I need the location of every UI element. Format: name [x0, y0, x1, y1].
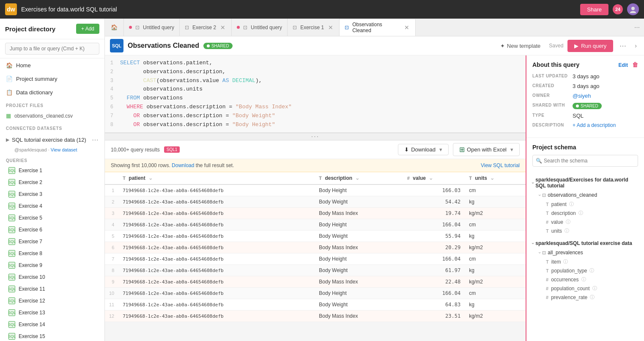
schema-dataset-exercises: › sparklesquad/Exercises for data.world … — [532, 175, 638, 235]
schema-dataset-name[interactable]: › sparklesquad/SQL tutorial exercise dat… — [532, 239, 638, 248]
results-count: 10,000+ query results — [111, 147, 160, 153]
sidebar-file-observations[interactable]: ▦ observations_cleaned.csv — [0, 110, 104, 122]
results-table: T patient ⌄ T description ⌄ — [105, 172, 526, 322]
add-button[interactable]: + Add — [76, 24, 99, 34]
dataset-more-icon[interactable]: ⋯ — [92, 136, 99, 144]
query-item-exercise12[interactable]: SQL Exercise 12 — [0, 295, 104, 307]
col-name: description — [551, 210, 576, 216]
view-tutorial-link[interactable]: View SQL tutorial — [481, 162, 520, 168]
tab-close-exercise2[interactable]: ✕ — [219, 24, 226, 31]
query-item-exercise3[interactable]: SQL Exercise 3 — [0, 188, 104, 200]
cell-patient: 71949668-1c2e-43ae-ab0a-64654608defb — [118, 231, 315, 242]
query-item-exercise8[interactable]: SQL Exercise 8 — [0, 248, 104, 259]
tab-home[interactable]: 🏠 — [105, 19, 124, 36]
query-item-exercise14[interactable]: SQL Exercise 14 — [0, 319, 104, 330]
schema-dataset-name[interactable]: › sparklesquad/Exercises for data.world … — [532, 175, 638, 190]
download-full-link[interactable]: Download — [172, 162, 194, 168]
cell-units: kg — [465, 299, 526, 311]
info-icon[interactable]: ⓘ — [592, 285, 597, 292]
query-item-exercise9[interactable]: SQL Exercise 9 — [0, 259, 104, 271]
tab-untitled-1[interactable]: ⊡ Untitled query — [124, 19, 180, 36]
info-icon[interactable]: ⓘ — [566, 219, 570, 225]
tab-close-observations[interactable]: ✕ — [403, 24, 410, 31]
meta-created: CREATED 3 days ago — [532, 83, 638, 89]
cell-value: 22.48 — [403, 276, 465, 288]
info-icon[interactable]: ⓘ — [565, 228, 569, 234]
tab-label: Exercise 2 — [192, 25, 216, 30]
col-header-patient[interactable]: T patient ⌄ — [118, 172, 315, 184]
sidebar-title: Project directory — [5, 25, 55, 33]
cell-patient: 71949668-1c2e-43ae-ab0a-64654608defb — [118, 288, 315, 299]
edit-button[interactable]: Edit — [618, 62, 628, 68]
run-query-button[interactable]: ▶ Run query — [567, 40, 613, 52]
new-template-button[interactable]: ✦ New template — [496, 41, 545, 51]
add-description-link[interactable]: + Add a description — [573, 122, 616, 128]
user-avatar[interactable] — [627, 3, 639, 15]
query-item-exercise1[interactable]: SQL Exercise 1 — [0, 165, 104, 176]
schema-col-units: T units ⓘ — [532, 226, 638, 235]
sidebar-item-project-summary[interactable]: 📄 Project summary — [0, 72, 104, 85]
cell-description: Body Height — [315, 184, 403, 196]
info-icon[interactable]: ⓘ — [569, 201, 574, 207]
tab-observations-cleaned[interactable]: ⊡ Observations Cleaned ✕ — [340, 19, 416, 36]
query-item-exercise13[interactable]: SQL Exercise 13 — [0, 307, 104, 319]
info-icon[interactable]: ⓘ — [563, 258, 568, 265]
info-icon[interactable]: ⓘ — [589, 267, 594, 274]
query-item-exercise6[interactable]: SQL Exercise 6 — [0, 224, 104, 236]
chevron-down-icon: › — [531, 182, 535, 183]
query-item-exercise4[interactable]: SQL Exercise 4 — [0, 200, 104, 212]
saved-label: Saved — [549, 43, 563, 49]
query-item-exercise2[interactable]: SQL Exercise 2 — [0, 176, 104, 188]
tab-exercise-1[interactable]: ⊡ Exercise 1 ✕ — [288, 19, 340, 36]
query-icon: SQL — [8, 191, 15, 198]
query-label: Exercise 3 — [19, 191, 42, 197]
query-item-exercise7[interactable]: SQL Exercise 7 — [0, 236, 104, 248]
view-dataset-link[interactable]: View dataset — [51, 147, 77, 152]
schema-search-container: 🔍 — [532, 155, 638, 171]
query-label: Exercise 13 — [19, 310, 45, 316]
query-icon: SQL — [8, 286, 15, 292]
sidebar-item-home[interactable]: 🏠 Home — [0, 58, 104, 72]
cell-value: 55.94 — [403, 231, 465, 242]
dataset-name: ▶ SQL tutorial exercise data (12) — [6, 137, 86, 143]
col-header-value[interactable]: # value ⌄ — [403, 172, 465, 184]
schema-table-all-prevalences[interactable]: › ⊡ all_prevalences — [532, 248, 638, 257]
schema-search-input[interactable] — [532, 155, 638, 167]
sidebar-item-data-dictionary[interactable]: 📋 Data dictionary — [0, 85, 104, 99]
toolbar-collapse-button[interactable]: › — [633, 40, 639, 51]
tab-close-exercise1[interactable]: ✕ — [327, 24, 334, 31]
row-number: 7 — [105, 253, 118, 265]
tab-overflow-menu[interactable]: ⋯ — [630, 19, 644, 36]
col-header-description[interactable]: T description ⌄ — [315, 172, 403, 184]
download-button[interactable]: ⬇ Download ▾ — [398, 144, 449, 155]
query-item-exercise11[interactable]: SQL Exercise 11 — [0, 283, 104, 295]
tab-exercise-2[interactable]: ⊡ Exercise 2 ✕ — [180, 19, 232, 36]
code-editor[interactable]: 1 SELECT observations.patient, 2 observa… — [105, 55, 526, 133]
toolbar-more-button[interactable]: ⋯ — [617, 40, 628, 52]
query-item-exercise15[interactable]: SQL Exercise 15 — [0, 330, 104, 341]
owner-link[interactable]: @siyeh — [573, 93, 591, 99]
cell-patient: 71949668-1c2e-43ae-ab0a-64654608defb — [118, 276, 315, 288]
col-name: units — [551, 228, 562, 234]
info-icon[interactable]: ⓘ — [590, 294, 595, 300]
data-table-container[interactable]: T patient ⌄ T description ⌄ — [105, 172, 526, 341]
sort-icon: ⌄ — [148, 175, 153, 181]
sidebar-dataset[interactable]: ▶ SQL tutorial exercise data (12) ⋯ — [0, 132, 104, 147]
row-number: 12 — [105, 311, 118, 322]
col-name: item — [551, 259, 561, 265]
notification-badge[interactable]: 24 — [613, 4, 623, 14]
search-input[interactable] — [5, 43, 99, 55]
share-button[interactable]: Share — [580, 4, 608, 15]
info-icon[interactable]: ⓘ — [578, 210, 583, 216]
col-header-units[interactable]: T units ⌄ — [465, 172, 526, 184]
query-item-exercise5[interactable]: SQL Exercise 5 — [0, 212, 104, 224]
tab-untitled-2[interactable]: ⊡ Untitled query — [232, 19, 288, 36]
info-icon[interactable]: ⓘ — [581, 276, 586, 283]
query-item-exercise10[interactable]: SQL Exercise 10 — [0, 271, 104, 283]
drag-handle[interactable]: ··· — [105, 133, 526, 140]
open-with-excel-button[interactable]: ⊞ Open with Excel ▾ — [453, 143, 520, 156]
row-number: 8 — [105, 265, 118, 276]
schema-table-observations-cleaned[interactable]: › ⊡ observations_cleaned — [532, 190, 638, 200]
split-pane: 1 SELECT observations.patient, 2 observa… — [105, 55, 644, 341]
delete-button[interactable]: 🗑 — [632, 61, 638, 68]
